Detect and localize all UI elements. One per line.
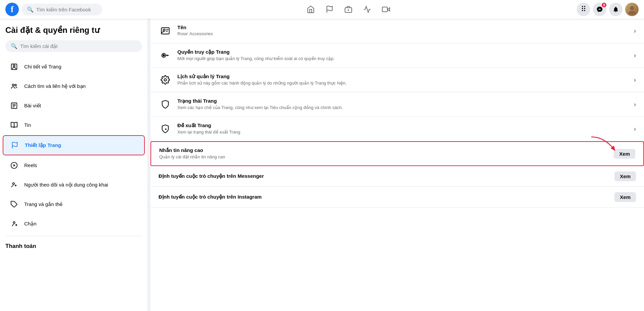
sidebar-item-chi-tiet[interactable]: Chi tiết về Trang [3, 57, 145, 76]
search-icon: 🔍 [27, 6, 34, 13]
vertical-divider [148, 19, 151, 311]
topnav-right: ⠿ 9 [577, 3, 639, 16]
bell-btn[interactable] [609, 3, 622, 16]
svg-point-32 [164, 79, 167, 81]
svg-point-7 [629, 11, 636, 15]
svg-point-11 [15, 84, 16, 86]
item-desc-ten: Rose' Accessories [177, 31, 629, 37]
main-layout: Cài đặt & quyền riêng tư 🔍 Chi tiết về T… [0, 19, 644, 311]
item-title-instagram: Định tuyến cuộc trò chuyện trên Instagra… [159, 194, 609, 200]
gear-history-icon [159, 73, 172, 87]
sidebar-item-thiet-lap-wrapper: Thiết lập Trang [3, 135, 145, 155]
left-sidebar: Cài đặt & quyền riêng tư 🔍 Chi tiết về T… [0, 19, 148, 311]
svg-point-9 [13, 65, 15, 67]
sidebar-item-chan[interactable]: Chặn [3, 214, 145, 233]
sidebar-divider [5, 236, 142, 236]
settings-item-ten[interactable]: Tên Rose' Accessories › [151, 19, 644, 43]
facebook-logo[interactable]: f [5, 3, 19, 16]
messenger-badge: 9 [601, 2, 607, 8]
settings-item-lich-su[interactable]: Lịch sử quản lý Trang Phần lịch sử này g… [151, 68, 644, 92]
item-title-lich-su: Lịch sử quản lý Trang [177, 73, 629, 80]
person-card-icon [159, 24, 172, 38]
sidebar-item-cach-tim[interactable]: Cách tìm và liên hệ với bạn [3, 77, 145, 96]
settings-item-trang-thai[interactable]: Trạng thái Trang Xem các hạn chế của Tra… [151, 92, 644, 117]
nav-flag-btn[interactable] [321, 1, 338, 17]
sidebar-title: Cài đặt & quyền riêng tư [5, 25, 142, 35]
sidebar-item-reels[interactable]: Reels [3, 156, 145, 175]
item-desc-lich-su: Phần lịch sử này gồm các hành động quản … [177, 80, 629, 86]
block-icon [8, 218, 20, 230]
sidebar-item-label: Người theo dõi và nội dung công khai [24, 182, 108, 188]
add-person-icon [8, 179, 20, 191]
item-title-de-xuat: Đề xuất Trang [177, 122, 629, 128]
topnav-center [120, 1, 577, 17]
item-desc-quyen: Mời mọi người giúp bạn quản lý Trang, cũ… [177, 56, 629, 62]
nav-home-btn[interactable] [303, 1, 319, 17]
chevron-icon-de-xuat: › [634, 125, 636, 133]
sidebar-search[interactable]: 🔍 [5, 40, 142, 52]
chevron-icon-lich-su: › [634, 76, 636, 84]
svg-marker-4 [387, 8, 390, 11]
settings-item-nhan-tin[interactable]: Nhắn tin nâng cao Quản lý cài đặt nhắn t… [151, 141, 644, 166]
settings-item-dinh-tuyen-instagram[interactable]: Định tuyến cuộc trò chuyện trên Instagra… [151, 187, 644, 208]
chevron-icon-trang-thai: › [634, 101, 636, 108]
red-arrow [588, 135, 618, 154]
svg-rect-5 [382, 7, 387, 12]
play-icon [8, 159, 20, 171]
xem-btn-instagram[interactable]: Xem [614, 192, 636, 202]
nav-ads-btn[interactable] [359, 1, 375, 17]
messenger-btn[interactable]: 9 [593, 3, 606, 16]
tag-icon [8, 198, 20, 210]
sidebar-search-input[interactable] [20, 43, 137, 49]
item-title-nhan-tin: Nhắn tin nâng cao [159, 147, 608, 153]
search-input[interactable] [36, 7, 97, 12]
svg-point-6 [630, 6, 634, 10]
sidebar-item-label: Chặn [24, 220, 37, 227]
settings-item-quyen-truy-cap[interactable]: Quyền truy cập Trang Mời mọi người giúp … [151, 43, 644, 68]
item-title-trang-thai: Trạng thái Trang [177, 98, 629, 104]
sidebar-item-bai-viet[interactable]: Bài viết [3, 96, 145, 115]
user-avatar[interactable] [625, 3, 639, 16]
key-icon [159, 49, 172, 62]
sidebar-item-label: Chi tiết về Trang [24, 63, 61, 70]
sidebar-item-tin[interactable]: Tin [3, 116, 145, 135]
star-shield-icon [159, 122, 172, 136]
svg-marker-33 [165, 128, 167, 130]
sidebar-item-nguoi-theo-doi[interactable]: Người theo dõi và nội dung công khai [3, 175, 145, 194]
book-icon [8, 119, 20, 131]
item-desc-nhan-tin: Quản lý cài đặt nhắn tin nâng cao [159, 154, 608, 160]
svg-point-23 [13, 222, 15, 224]
svg-marker-18 [13, 164, 15, 166]
chevron-icon-ten: › [634, 28, 636, 35]
sidebar-item-label: Trang và gắn thẻ [24, 201, 62, 208]
search-box[interactable]: 🔍 [22, 4, 102, 15]
sidebar-search-icon: 🔍 [11, 43, 17, 49]
settings-list: Tên Rose' Accessories › Quyền truy cập T… [151, 19, 644, 208]
sidebar-header: Cài đặt & quyền riêng tư [0, 19, 147, 38]
sidebar-item-thiet-lap[interactable]: Thiết lập Trang [3, 136, 144, 155]
svg-point-27 [163, 29, 165, 31]
people-icon [8, 80, 20, 92]
sidebar-item-label: Tin [24, 122, 31, 128]
sidebar-section-title: Thanh toán [0, 239, 147, 251]
item-title-messenger: Định tuyến cuộc trò chuyện trên Messenge… [159, 173, 609, 179]
nav-video-btn[interactable] [378, 1, 394, 17]
settings-item-dinh-tuyen-messenger[interactable]: Định tuyến cuộc trò chuyện trên Messenge… [151, 166, 644, 187]
center-content: Tên Rose' Accessories › Quyền truy cập T… [151, 19, 644, 311]
nav-marketplace-btn[interactable] [340, 1, 356, 17]
item-title-ten: Tên [177, 24, 629, 30]
sidebar-item-trang-gan-the[interactable]: Trang và gắn thẻ [3, 195, 145, 214]
grid-btn[interactable]: ⠿ [577, 3, 590, 16]
person-icon [8, 61, 20, 73]
sidebar-item-label: Thiết lập Trang [25, 142, 61, 149]
item-title-quyen: Quyền truy cập Trang [177, 49, 629, 55]
item-desc-de-xuat: Xem lại trạng thái đề xuất Trang [177, 129, 629, 135]
topnav-left: f 🔍 [5, 3, 120, 16]
settings-item-de-xuat[interactable]: Đề xuất Trang Xem lại trạng thái đề xuất… [151, 117, 644, 141]
flag-icon [9, 139, 21, 151]
shield-icon [159, 98, 172, 111]
xem-btn-messenger[interactable]: Xem [614, 171, 636, 181]
sidebar-item-label: Reels [24, 162, 37, 169]
svg-point-31 [163, 55, 165, 56]
topnav: f 🔍 ⠿ 9 [0, 0, 644, 19]
